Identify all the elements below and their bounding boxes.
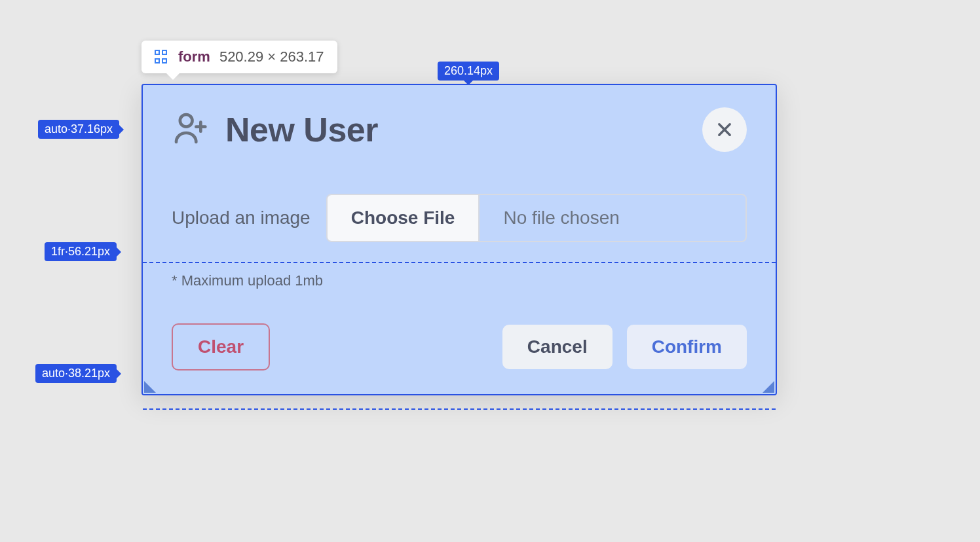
measurement-row-3: auto·38.21px (35, 364, 117, 383)
devtools-tooltip: form 520.29 × 263.17 (141, 41, 337, 73)
clear-button[interactable]: Clear (172, 323, 270, 370)
tooltip-element: form (178, 48, 210, 65)
svg-point-0 (180, 115, 193, 127)
measurement-row-2: 1fr·56.21px (45, 242, 117, 261)
file-status-text: No file chosen (480, 208, 643, 228)
grid-line (143, 408, 776, 410)
tooltip-dimensions: 520.29 × 263.17 (219, 48, 324, 65)
measurement-column-width: 260.14px (438, 62, 499, 81)
footer-right: Cancel Confirm (502, 325, 747, 369)
file-input[interactable]: Choose File No file chosen (326, 194, 747, 242)
new-user-form: New User Upload an image Choose File No … (141, 84, 777, 395)
close-button[interactable] (702, 107, 747, 152)
upload-label: Upload an image (172, 208, 311, 228)
measurement-row-1: auto·37.16px (38, 120, 119, 139)
grid-icon (155, 50, 169, 64)
choose-file-button[interactable]: Choose File (328, 195, 480, 241)
form-body: Upload an image Choose File No file chos… (143, 174, 776, 305)
close-icon (715, 120, 734, 139)
form-footer: Clear Cancel Confirm (143, 305, 776, 394)
upload-hint: * Maximum upload 1mb (172, 272, 747, 289)
form-header: New User (143, 85, 776, 174)
confirm-button[interactable]: Confirm (627, 325, 747, 369)
form-header-left: New User (172, 110, 378, 149)
upload-row: Upload an image Choose File No file chos… (172, 194, 747, 242)
user-plus-icon (172, 110, 208, 149)
cancel-button[interactable]: Cancel (502, 325, 612, 369)
form-title: New User (225, 110, 378, 149)
